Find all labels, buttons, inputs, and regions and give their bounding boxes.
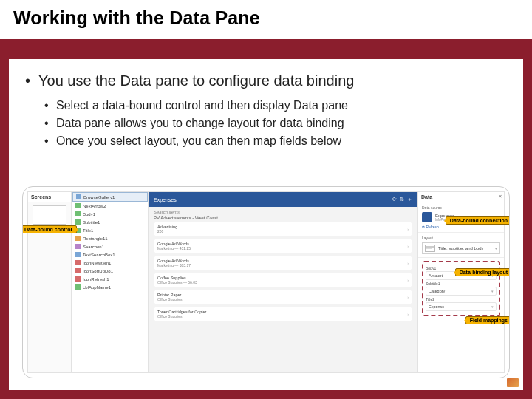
gallery-card[interactable]: Printer PaperOffice Supplies› [154, 290, 412, 304]
screens-header: Screens [28, 192, 71, 202]
sort-icon [75, 268, 81, 273]
field-dropdown[interactable]: Category▾ [426, 287, 497, 296]
arrow-icon [75, 203, 81, 208]
gallery-icon [76, 194, 81, 200]
tree-item[interactable]: Title1 [72, 226, 148, 234]
tree-label: Subtitle1 [83, 220, 100, 225]
tree-item[interactable]: TextSearchBox1 [72, 250, 148, 259]
tree-item[interactable]: LblAppName1 [72, 283, 148, 291]
tree-label: BrowseGallery1 [83, 195, 115, 200]
callout-data-bound-connection: Data-bound connection [446, 216, 510, 225]
tree-item[interactable]: IconNewItem1 [72, 259, 148, 267]
field-value: Amount [429, 273, 443, 278]
tree-item[interactable]: Rectangle11 [72, 234, 148, 242]
callout-field-mappings: Field mappings [466, 316, 510, 324]
canvas-preview: Expenses ⟳⇅＋ Search items PV Advertiseme… [149, 191, 417, 373]
tree-label: IconNewItem1 [83, 261, 111, 265]
chevron-right-icon: › [407, 244, 409, 248]
refresh-icon [75, 276, 81, 282]
screens-pane: Screens BrowseScreen1 [27, 191, 72, 373]
callout-data-binding-layout: Data-binding layout [455, 268, 510, 276]
screenshot-frame: Data-bound control Data-bound connection… [22, 186, 510, 378]
layout-block: Layout Title, subtitle, and body ▾ [418, 233, 504, 258]
slide-content: You use the Data pane to configure data … [9, 59, 523, 390]
card-meta: Office Supplies — 56.03 [157, 280, 197, 284]
chevron-right-icon: › [407, 295, 409, 299]
card-meta: Office Supplies [157, 314, 206, 318]
field-label: Title2 [426, 297, 497, 301]
tree-item-selected[interactable]: BrowseGallery1 [72, 192, 148, 202]
tree-label: TextSearchBox1 [83, 253, 115, 257]
tree-label: IconSortUpDo1 [83, 269, 113, 273]
chevron-down-icon: ▾ [491, 304, 494, 309]
card-meta: 200 [157, 229, 177, 233]
slide-header: Working with the Data Pane [0, 0, 532, 39]
field-dropdown[interactable]: Expense▾ [426, 302, 497, 311]
bullet-sub: Once you select layout, you can then map… [25, 132, 507, 150]
chevron-right-icon: › [407, 278, 409, 282]
chevron-right-icon: › [407, 312, 409, 316]
label-icon [75, 284, 81, 290]
control-tree-pane: BrowseGallery1 NextArrow2 Body1 Subtitle… [72, 191, 149, 373]
refresh-link[interactable]: ⟳ Refresh [422, 225, 500, 229]
tree-label: Body1 [83, 212, 95, 216]
text-icon [75, 219, 81, 225]
chevron-down-icon: ▾ [495, 246, 497, 250]
chevron-right-icon: › [407, 227, 409, 231]
onedrive-icon [422, 212, 432, 222]
tree-label: Title1 [83, 228, 93, 233]
gallery-card[interactable]: Google Ad WordsMarketing — 431.25› [154, 239, 412, 253]
text-icon [75, 211, 81, 216]
card-meta: Office Supplies [157, 297, 183, 301]
callout-data-bound-control: Data-bound control [22, 225, 77, 233]
footer-logo-icon [507, 378, 519, 387]
data-source-label: Data source [422, 205, 500, 210]
tree-label: NextArrow2 [83, 204, 106, 208]
tree-label: LblAppName1 [83, 285, 111, 290]
bullet-sub: Select a data-bound control and then dis… [25, 97, 507, 115]
textbox-icon [75, 252, 81, 257]
tree-label: IconRefresh1 [83, 277, 109, 282]
chevron-right-icon: › [407, 261, 409, 265]
app-title: Expenses [154, 197, 177, 202]
search-icon [75, 244, 81, 249]
appbar-icons: ⟳⇅＋ [389, 196, 412, 203]
gallery-section-title: PV Advertisements - West Coast [154, 216, 412, 220]
close-icon[interactable]: × [499, 194, 502, 199]
tree-item[interactable]: Subtitle1 [72, 218, 148, 226]
data-pane-title: Data [421, 194, 432, 200]
gallery-body: Search items PV Advertisements - West Co… [149, 207, 417, 372]
tree-label: Searchon1 [83, 245, 104, 249]
slide: Working with the Data Pane You use the D… [0, 0, 532, 399]
screen-thumb [33, 205, 66, 225]
rect-icon [75, 236, 81, 241]
tree-item[interactable]: Body1 [72, 210, 148, 218]
bullet-main: You use the Data pane to configure data … [25, 72, 507, 89]
layout-selector[interactable]: Title, subtitle, and body ▾ [422, 242, 500, 254]
app-screenshot: Screens BrowseScreen1 BrowseGallery1 Nex… [27, 191, 505, 373]
card-meta: Marketing — 431.25 [157, 246, 191, 250]
plus-icon[interactable]: ＋ [407, 197, 412, 202]
tree-item[interactable]: Searchon1 [72, 242, 148, 250]
gallery-card[interactable]: Toner Cartridges for CopierOffice Suppli… [154, 307, 412, 321]
data-pane-header: Data × [418, 192, 504, 202]
tree-item[interactable]: IconRefresh1 [72, 275, 148, 283]
field-value: Expense [429, 304, 444, 309]
refresh-icon[interactable]: ⟳ [392, 197, 397, 202]
layout-label: Layout [422, 236, 500, 240]
layout-selected: Title, subtitle, and body [438, 246, 483, 250]
sort-icon[interactable]: ⇅ [400, 197, 404, 202]
gallery-card[interactable]: Google Ad WordsMarketing — 383.17› [154, 256, 412, 270]
search-placeholder[interactable]: Search items [154, 210, 412, 214]
plus-icon [75, 260, 81, 265]
tree-item[interactable]: NextArrow2 [72, 202, 148, 210]
gallery-card[interactable]: Coffee SuppliesOffice Supplies — 56.03› [154, 273, 412, 287]
field-value: Category [429, 289, 445, 293]
field-label: Subtitle1 [426, 282, 497, 286]
chevron-down-icon: ▾ [491, 289, 494, 293]
slide-title: Working with the Data Pane [13, 7, 519, 29]
layout-thumb-icon [425, 245, 435, 252]
tree-item[interactable]: IconSortUpDo1 [72, 267, 148, 275]
card-meta: Marketing — 383.17 [157, 263, 191, 267]
gallery-card[interactable]: Advertising200› [154, 222, 412, 236]
